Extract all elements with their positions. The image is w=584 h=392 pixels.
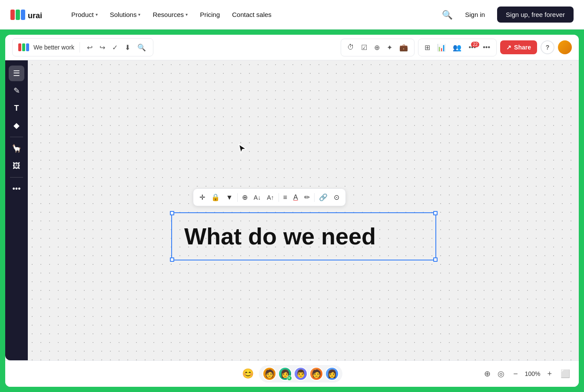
pointer-icon[interactable]: ✦	[385, 42, 394, 53]
sidebar-text-btn[interactable]: T	[9, 100, 24, 116]
canvas-main[interactable]: ✛ 🔒 ▼ ⊕ A↓ A↑ ≡ A ✏ 🔗 ⊙	[28, 60, 579, 360]
search-icon[interactable]: 🔍	[442, 10, 453, 20]
signup-button[interactable]: Sign up, free forever	[497, 7, 574, 23]
align-icon[interactable]: ≡	[282, 192, 289, 203]
svg-rect-5	[22, 43, 25, 51]
nav-product-chevron: ▾	[96, 12, 98, 17]
mention-icon[interactable]: ⊙	[332, 191, 341, 203]
people-icon[interactable]: 👥	[451, 42, 463, 53]
collaborator-avatar-5[interactable]: 👩	[325, 367, 339, 381]
collaborator-avatar-4[interactable]: 🧑	[309, 367, 323, 381]
notification-badge: 22	[471, 42, 479, 47]
nav-resources[interactable]: Resources ▾	[147, 7, 193, 22]
more-dots-icon: •••	[13, 184, 21, 194]
share-label: Share	[514, 44, 531, 51]
svg-text:urai: urai	[28, 11, 42, 20]
more-icon[interactable]: •••	[481, 42, 492, 53]
handle-top-right[interactable]	[433, 211, 438, 215]
collaborator-avatar-3[interactable]: 👨	[294, 367, 308, 381]
toolbar-logo	[18, 41, 30, 53]
map-icon[interactable]: ◎	[496, 367, 506, 380]
nav-product-label: Product	[71, 11, 94, 18]
canvas-bottom-bar: 😊 🧑 👩 + 👨 🧑 👩 ⊕	[5, 360, 579, 387]
toolbar-left-group: We better work ↩ ↪ ✓ ⬇ 🔍	[12, 38, 153, 56]
font-decrease-icon[interactable]: A↓	[252, 192, 262, 203]
sidebar-more-btn[interactable]: •••	[9, 181, 24, 197]
sidebar-frames-btn[interactable]: ☰	[9, 66, 24, 81]
signin-button[interactable]: Sign in	[460, 7, 490, 22]
handle-bottom-left[interactable]	[170, 257, 174, 262]
zoom-level: 100%	[525, 370, 541, 377]
svg-rect-6	[26, 43, 29, 51]
canvas-window: We better work ↩ ↪ ✓ ⬇ 🔍 ⏱ ☑ ⊕ ✦ 💼 ⊞	[5, 35, 579, 387]
svg-rect-0	[10, 10, 15, 20]
connections-icon[interactable]: ⊕	[372, 42, 382, 53]
navbar: urai Product ▾ Solutions ▾ Resources ▾ P…	[0, 0, 584, 30]
canvas-text[interactable]: What do we need	[184, 224, 423, 249]
download-icon[interactable]: ⬇	[123, 42, 132, 53]
timer-icon[interactable]: ⏱	[345, 42, 356, 53]
nav-solutions[interactable]: Solutions ▾	[105, 7, 146, 22]
font-increase-icon[interactable]: A↑	[265, 192, 275, 203]
toolbar-right-group: ⏱ ☑ ⊕ ✦ 💼 ⊞ 📊 👥 ••• 22 •••	[341, 39, 572, 56]
frames-icon: ☰	[13, 69, 20, 78]
emoji-picker-button[interactable]: 😊	[242, 368, 254, 379]
zoom-out-button[interactable]: −	[510, 368, 521, 380]
board-name: We better work	[33, 44, 74, 51]
tt-sep-2	[279, 193, 279, 202]
search-canvas-icon[interactable]: 🔍	[136, 42, 148, 53]
nav-links: Product ▾ Solutions ▾ Resources ▾ Pricin…	[66, 7, 428, 22]
user-avatar[interactable]	[558, 40, 572, 54]
tt-sep-3	[314, 193, 315, 202]
chart-icon[interactable]: 📊	[435, 42, 448, 53]
svg-rect-1	[16, 10, 20, 20]
tasks-icon[interactable]: ☑	[359, 42, 369, 53]
redo-icon[interactable]: ↪	[98, 42, 107, 53]
nav-pricing[interactable]: Pricing	[195, 7, 225, 22]
zoom-in-button[interactable]: +	[544, 368, 555, 380]
sidebar-sep-2	[10, 177, 23, 178]
sidebar-sep-1	[10, 137, 23, 137]
strikethrough-icon[interactable]: ✏	[302, 191, 312, 203]
undo-icon[interactable]: ↩	[85, 42, 94, 53]
grid-icon[interactable]: ⊞	[423, 42, 432, 53]
nav-product[interactable]: Product ▾	[66, 7, 103, 22]
tt-sep-1	[237, 193, 238, 202]
lock-icon[interactable]: 🔒	[209, 191, 222, 203]
briefcase-icon[interactable]: 💼	[398, 42, 410, 53]
nav-contact-label: Contact sales	[232, 11, 272, 18]
link-icon[interactable]: 🔗	[317, 191, 329, 203]
canvas-outer: We better work ↩ ↪ ✓ ⬇ 🔍 ⏱ ☑ ⊕ ✦ 💼 ⊞	[0, 30, 584, 392]
nav-contact[interactable]: Contact sales	[227, 7, 277, 22]
text-color-icon[interactable]: A	[292, 192, 300, 203]
dropdown-icon[interactable]: ▼	[224, 192, 235, 203]
sidebar-ai-btn[interactable]: 🦙	[9, 141, 24, 156]
text-element-toolbar: ✛ 🔒 ▼ ⊕ A↓ A↑ ≡ A ✏ 🔗 ⊙	[193, 188, 346, 206]
nav-pricing-label: Pricing	[200, 11, 220, 18]
help-button[interactable]: ?	[541, 40, 554, 54]
share-button[interactable]: ↗ Share	[500, 40, 537, 54]
bottom-right-controls: ⊕ ◎ − 100% + ⬜	[482, 367, 572, 380]
sidebar-pen-btn[interactable]: ✎	[9, 83, 24, 99]
fullscreen-icon[interactable]: ⬜	[559, 367, 572, 380]
nav-solutions-chevron: ▾	[138, 12, 140, 17]
nav-solutions-label: Solutions	[110, 11, 137, 18]
collaborator-avatar-2[interactable]: 👩 +	[278, 367, 292, 381]
canvas-toolbar: We better work ↩ ↪ ✓ ⬇ 🔍 ⏱ ☑ ⊕ ✦ 💼 ⊞	[5, 35, 579, 60]
logo[interactable]: urai	[10, 6, 45, 23]
collaborators-list: 🧑 👩 + 👨 🧑 👩	[259, 365, 342, 382]
text-box-container[interactable]: What do we need	[171, 212, 436, 260]
move-icon[interactable]: ✛	[198, 191, 207, 203]
check-icon[interactable]: ✓	[110, 42, 119, 53]
share-icon: ↗	[506, 44, 511, 51]
canvas-tools-group: ⏱ ☑ ⊕ ✦ 💼	[341, 39, 415, 56]
snap-icon[interactable]: ⊕	[482, 367, 492, 380]
nav-resources-chevron: ▾	[186, 12, 188, 17]
collaborator-avatar-1[interactable]: 🧑	[262, 367, 276, 381]
sidebar-shapes-btn[interactable]: ◆	[9, 118, 24, 133]
handle-bottom-right[interactable]	[433, 257, 438, 262]
sidebar-image-btn[interactable]: 🖼	[9, 158, 24, 174]
handle-top-left[interactable]	[170, 211, 174, 215]
transform-icon[interactable]: ⊕	[240, 191, 249, 203]
canvas-body: ☰ ✎ T ◆ 🦙 🖼	[5, 60, 579, 360]
